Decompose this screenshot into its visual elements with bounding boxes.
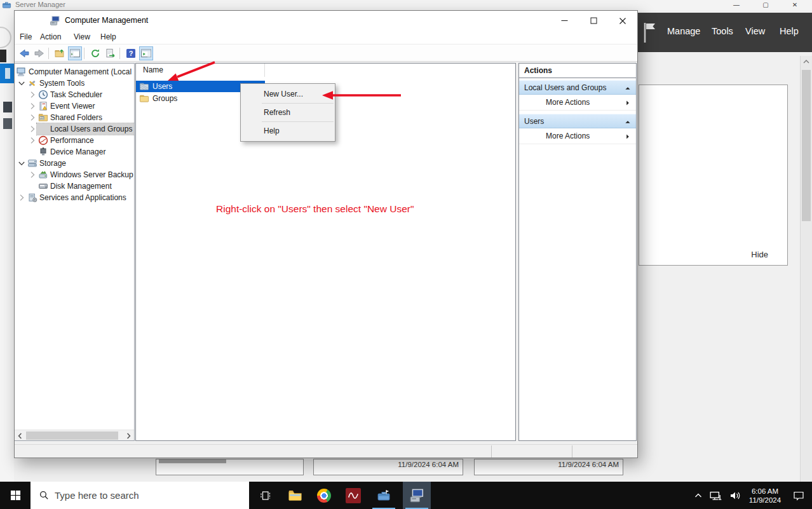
tree-item-body[interactable]: Performance	[37, 135, 97, 146]
taskbar-search[interactable]	[30, 482, 249, 509]
taskbar-app-performance-app-icon[interactable]	[339, 482, 367, 509]
scroll-left-icon[interactable]	[16, 431, 25, 440]
minimize-icon[interactable]: —	[722, 0, 751, 10]
nav-manage[interactable]: Manage	[667, 26, 700, 36]
chevron-down-icon[interactable]	[17, 158, 27, 168]
tree-item-storage[interactable]: Storage	[15, 158, 134, 169]
toolbar-button-refresh-icon[interactable]	[88, 46, 102, 60]
tree-item-event-viewer[interactable]: Event Viewer	[15, 100, 134, 112]
tree-item-services-and-applications[interactable]: Services and Applications	[15, 192, 134, 203]
tree-item-body[interactable]: Shared Folders	[37, 112, 105, 123]
tree-item-task-scheduler[interactable]: Task Scheduler	[15, 89, 134, 100]
chevron-right-icon[interactable]	[27, 112, 37, 123]
tree-item-computer-management-local[interactable]: Computer Management (Local	[15, 66, 134, 78]
tree-item-body[interactable]: Event Viewer	[37, 100, 97, 112]
tree-item-body[interactable]: Task Scheduler	[37, 89, 105, 100]
maximize-button[interactable]	[579, 11, 608, 31]
more-actions-local-users-and-groups[interactable]: More Actions	[519, 95, 636, 111]
toolbar-button-forward-icon[interactable]	[32, 46, 46, 60]
toolbar-button-back-icon[interactable]	[17, 46, 31, 60]
tree-item-windows-server-backup[interactable]: Windows Server Backup	[15, 169, 134, 180]
triangle-up-icon[interactable]	[625, 119, 631, 125]
tree-item-shared-folders[interactable]: 23Shared Folders	[15, 112, 134, 123]
menu-help[interactable]: Help	[100, 32, 116, 41]
hide-button[interactable]: Hide	[751, 250, 768, 259]
taskbar-app-server-manager-icon[interactable]	[370, 482, 398, 509]
start-button[interactable]	[0, 482, 30, 509]
tree-item-body[interactable]: Windows Server Backup	[37, 169, 135, 180]
scroll-right-icon[interactable]	[124, 431, 133, 440]
menu-action[interactable]: Action	[40, 32, 61, 41]
clock-date: 11/9/2024	[745, 496, 785, 505]
action-pane-icon	[140, 48, 152, 59]
nav-help[interactable]: Help	[780, 26, 799, 36]
more-actions-users[interactable]: More Actions	[519, 128, 636, 144]
sidebar-icon-fragment	[3, 118, 12, 129]
taskbar-app-task-view-icon[interactable]	[252, 482, 280, 509]
tree-item-body[interactable]: Disk Management	[37, 180, 114, 192]
tree-item-system-tools[interactable]: System Tools	[15, 78, 134, 89]
context-menu-item-new-user[interactable]: New User...	[241, 86, 335, 102]
background-scrollbar[interactable]	[800, 56, 812, 482]
triangle-up-icon[interactable]	[625, 85, 631, 92]
tree-item-body[interactable]: System Tools	[26, 78, 87, 89]
tree-item-performance[interactable]: Performance	[15, 135, 134, 146]
server-manager-sidebar-sliver	[0, 10, 14, 482]
toolbar-button-action-pane-icon[interactable]	[139, 46, 153, 60]
taskbar-clock[interactable]: 6:06 AM11/9/2024	[745, 486, 785, 505]
maximize-icon[interactable]: ▢	[751, 0, 780, 10]
toolbar-separator	[48, 48, 49, 59]
context-menu-separator	[262, 103, 334, 104]
chevron-right-icon[interactable]	[27, 170, 37, 180]
chevron-right-icon[interactable]	[27, 101, 37, 111]
chevron-down-icon[interactable]	[17, 78, 27, 88]
server-manager-icon	[377, 489, 391, 503]
tree-item-local-users-and-groups[interactable]: Local Users and Groups	[15, 123, 134, 135]
tree-item-disk-management[interactable]: Disk Management	[15, 180, 134, 192]
close-button[interactable]	[608, 11, 637, 31]
list-row-label: Users	[152, 81, 172, 92]
tree-item-body[interactable]: Computer Management (Local	[15, 66, 134, 78]
toolbar-button-export-list-icon[interactable]	[104, 46, 118, 60]
chevron-right-icon[interactable]	[17, 193, 27, 203]
chevron-right-icon[interactable]	[27, 90, 37, 100]
tray-action-center[interactable]	[785, 482, 812, 509]
tree-item-label: Services and Applications	[39, 193, 126, 202]
close-icon[interactable]: ✕	[780, 0, 809, 10]
menu-file[interactable]: File	[20, 32, 32, 41]
search-input[interactable]	[55, 482, 242, 509]
tree-item-body[interactable]: Device Manager	[37, 146, 108, 158]
nav-view[interactable]: View	[745, 26, 765, 36]
scrollbar-thumb[interactable]	[26, 431, 118, 440]
context-menu-item-help[interactable]: Help	[241, 123, 335, 139]
tree-item-device-manager[interactable]: Device Manager	[15, 146, 134, 158]
chevron-right-icon[interactable]	[27, 135, 37, 146]
tree-item-body[interactable]: Local Users and Groups	[37, 123, 135, 135]
tree-item-body[interactable]: Storage	[26, 158, 69, 169]
scroll-up-icon[interactable]	[802, 57, 811, 66]
tile-timestamp: 11/9/2024 6:04 AM	[558, 461, 619, 468]
toolbar-button-help-icon[interactable]: ?	[124, 46, 138, 60]
server-manager-title: Server Manager	[15, 1, 65, 8]
tray-volume-icon[interactable]	[726, 482, 745, 509]
nav-tools[interactable]: Tools	[712, 26, 733, 36]
menu-view[interactable]: View	[74, 32, 90, 41]
context-menu-item-refresh[interactable]: Refresh	[241, 105, 335, 120]
toolbar-button-console-tree-icon[interactable]	[68, 46, 82, 60]
back-circle-icon	[0, 27, 11, 48]
tray-tray-chevron-up-icon[interactable]	[690, 482, 707, 509]
actions-section-users[interactable]: Users	[519, 114, 636, 128]
taskbar-app-chrome-icon[interactable]	[310, 482, 338, 509]
actions-section-local-users-and-groups[interactable]: Local Users and Groups	[519, 80, 636, 95]
minimize-button[interactable]	[550, 11, 579, 31]
tree-horizontal-scrollbar[interactable]	[15, 430, 134, 440]
forward-icon	[34, 48, 45, 59]
chevron-right-icon[interactable]	[27, 124, 37, 134]
taskbar-app-computer-management-icon[interactable]	[403, 482, 431, 509]
taskbar-app-file-explorer-icon[interactable]	[281, 482, 309, 509]
tray-network-icon[interactable]	[707, 482, 726, 509]
tree-item-body[interactable]: Services and Applications	[26, 192, 129, 203]
column-header-name[interactable]: Name	[136, 64, 265, 77]
scrollbar-thumb[interactable]	[802, 70, 811, 221]
toolbar-button-up-folder-icon[interactable]	[53, 46, 67, 60]
